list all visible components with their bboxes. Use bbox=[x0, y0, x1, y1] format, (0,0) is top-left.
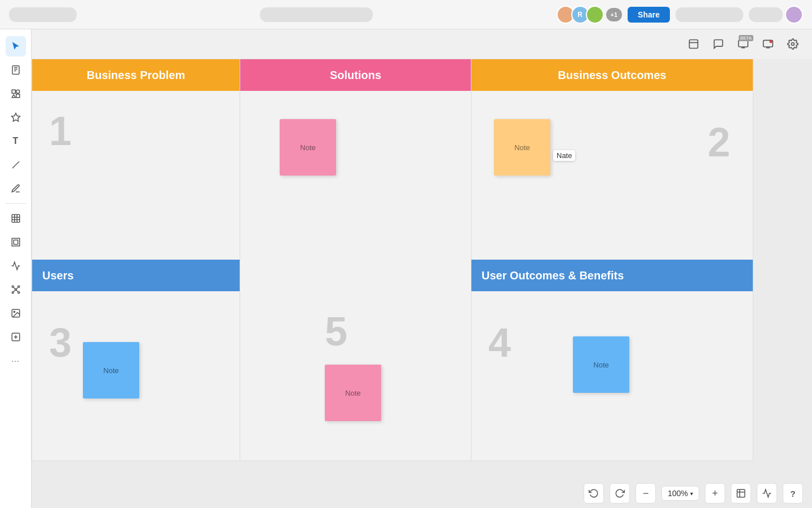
svg-rect-13 bbox=[12, 238, 20, 246]
svg-rect-29 bbox=[737, 489, 745, 497]
breadcrumb bbox=[260, 7, 373, 22]
sticky-note-2[interactable]: Note bbox=[494, 119, 550, 176]
col-header-solutions: Solutions bbox=[240, 59, 471, 91]
col-users: Users 3 Note bbox=[32, 260, 240, 461]
col-header-business-problem: Business Problem bbox=[32, 59, 240, 91]
svg-point-16 bbox=[12, 286, 14, 287]
mindmap-tool[interactable] bbox=[6, 279, 26, 300]
zoom-out-button[interactable]: − bbox=[636, 483, 656, 503]
comment-icon-btn[interactable] bbox=[708, 34, 729, 54]
svg-line-21 bbox=[16, 287, 17, 289]
pen-tool[interactable] bbox=[6, 178, 26, 199]
beta-badge: BETA bbox=[739, 35, 753, 41]
share-button[interactable]: Share bbox=[628, 7, 670, 23]
zoom-level: 100% bbox=[668, 489, 688, 498]
secondary-bar: BETA bbox=[674, 29, 812, 59]
sticky-note-1[interactable]: Note bbox=[280, 119, 336, 176]
col-business-problem: Business Problem 1 bbox=[32, 59, 240, 261]
line-tool[interactable] bbox=[6, 155, 26, 175]
col-header-outcomes: Business Outcomes bbox=[471, 59, 753, 91]
zoom-in-button[interactable]: + bbox=[705, 483, 725, 503]
fit-view-button[interactable] bbox=[731, 483, 751, 503]
topbar-input-pill[interactable] bbox=[676, 7, 743, 22]
svg-point-4 bbox=[792, 43, 795, 46]
col-number-3: 3 bbox=[49, 319, 72, 366]
shapes-tool[interactable] bbox=[6, 84, 26, 104]
sidebar-divider-1 bbox=[6, 203, 26, 204]
sticky-note-6[interactable]: Note bbox=[573, 336, 629, 393]
svg-line-11 bbox=[12, 161, 19, 168]
col-number-2: 2 bbox=[708, 119, 730, 165]
settings-icon-btn[interactable] bbox=[783, 34, 803, 54]
topbar-input-pill2[interactable] bbox=[749, 7, 783, 22]
svg-line-23 bbox=[16, 290, 17, 292]
col-body-2: Note bbox=[240, 91, 471, 260]
svg-point-25 bbox=[14, 311, 15, 312]
topbar-center bbox=[260, 7, 373, 22]
col-body-middle: 5 Note bbox=[240, 291, 471, 461]
svg-point-19 bbox=[17, 292, 19, 294]
col-number-4: 4 bbox=[488, 319, 511, 366]
svg-rect-0 bbox=[690, 40, 698, 49]
sticky-note-5[interactable]: Note bbox=[325, 365, 381, 421]
canvas[interactable]: Business Problem 1 Solutions Note Busine… bbox=[32, 59, 812, 508]
doc-tool[interactable] bbox=[6, 60, 26, 80]
left-sidebar: T ··· bbox=[0, 29, 32, 508]
avatar-group: R +1 bbox=[557, 6, 623, 24]
svg-line-22 bbox=[14, 290, 15, 292]
col-number-5: 5 bbox=[325, 308, 347, 354]
more-tool[interactable]: ··· bbox=[6, 351, 26, 371]
zoom-control[interactable]: 100% ▾ bbox=[661, 486, 699, 501]
sticky-note-4[interactable]: Note bbox=[83, 342, 139, 398]
chart-tool[interactable] bbox=[6, 256, 26, 276]
star-tool[interactable] bbox=[6, 107, 26, 128]
share-screen-icon-btn[interactable] bbox=[758, 34, 778, 54]
embed-tool[interactable] bbox=[6, 327, 26, 347]
undo-button[interactable] bbox=[584, 483, 604, 503]
col-number-1: 1 bbox=[49, 108, 72, 154]
svg-line-20 bbox=[14, 287, 15, 289]
text-tool[interactable]: T bbox=[6, 131, 26, 151]
svg-point-3 bbox=[770, 40, 773, 43]
avatar-me bbox=[785, 6, 803, 24]
svg-point-18 bbox=[12, 292, 14, 294]
svg-rect-9 bbox=[16, 94, 19, 98]
col-body-user-outcomes: 4 Note bbox=[471, 291, 753, 461]
svg-point-7 bbox=[16, 90, 19, 93]
col-middle: 5 Note bbox=[240, 260, 471, 461]
svg-rect-14 bbox=[14, 240, 18, 244]
zoom-chevron-icon: ▾ bbox=[690, 491, 693, 497]
bottom-bar: − 100% ▾ + ? bbox=[32, 479, 812, 508]
svg-marker-10 bbox=[11, 113, 20, 121]
svg-rect-6 bbox=[12, 90, 15, 93]
avatar-user3 bbox=[586, 6, 604, 24]
avatar-badge: +1 bbox=[606, 8, 623, 21]
col-header-middle bbox=[240, 260, 471, 291]
col-user-outcomes: User Outcomes & Benefits 4 Note bbox=[471, 260, 753, 461]
svg-point-17 bbox=[17, 286, 19, 287]
image-tool[interactable] bbox=[6, 303, 26, 323]
cursor-tool[interactable] bbox=[6, 36, 26, 56]
topbar-right: R +1 Share bbox=[557, 6, 803, 24]
svg-marker-8 bbox=[12, 95, 15, 98]
files-icon-btn[interactable] bbox=[683, 34, 704, 54]
nate-label: Nate bbox=[553, 150, 575, 161]
svg-rect-1 bbox=[739, 40, 748, 47]
col-header-user-outcomes: User Outcomes & Benefits bbox=[471, 260, 753, 291]
col-solutions: Solutions Note bbox=[240, 59, 471, 261]
frame-tool[interactable] bbox=[6, 232, 26, 252]
topbar-left bbox=[9, 7, 77, 22]
help-button[interactable]: ? bbox=[783, 483, 803, 503]
col-body-3: Note 2 Nate bbox=[471, 91, 753, 260]
table-tool[interactable] bbox=[6, 208, 26, 229]
present-btn-wrap: BETA bbox=[733, 34, 753, 54]
col-body-1: 1 bbox=[32, 91, 240, 260]
topbar: R +1 Share bbox=[0, 0, 812, 29]
wave-button[interactable] bbox=[757, 483, 777, 503]
svg-rect-12 bbox=[12, 214, 20, 222]
col-body-users: 3 Note bbox=[32, 291, 240, 461]
col-business-outcomes: Business Outcomes Note 2 Nate bbox=[471, 59, 753, 261]
title-pill[interactable] bbox=[9, 7, 77, 22]
col-header-users: Users bbox=[32, 260, 240, 291]
redo-button[interactable] bbox=[610, 483, 630, 503]
